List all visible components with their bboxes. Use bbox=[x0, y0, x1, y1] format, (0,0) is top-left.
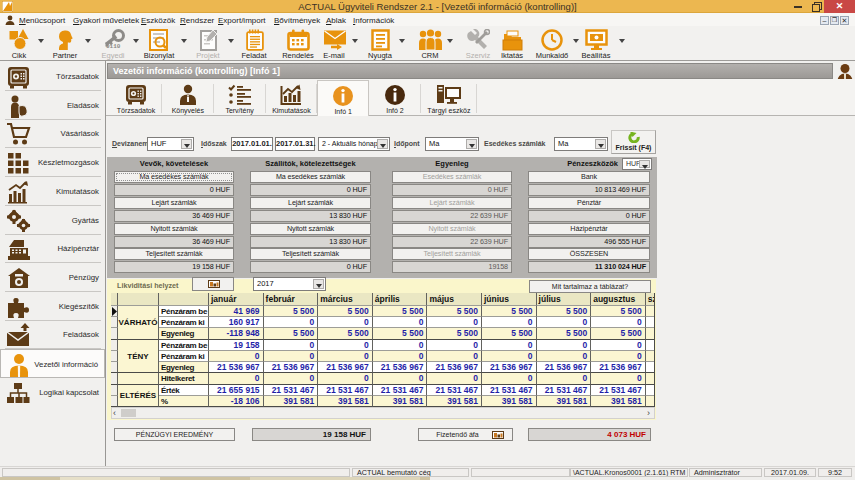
svg-text:0110: 0110 bbox=[106, 43, 121, 50]
